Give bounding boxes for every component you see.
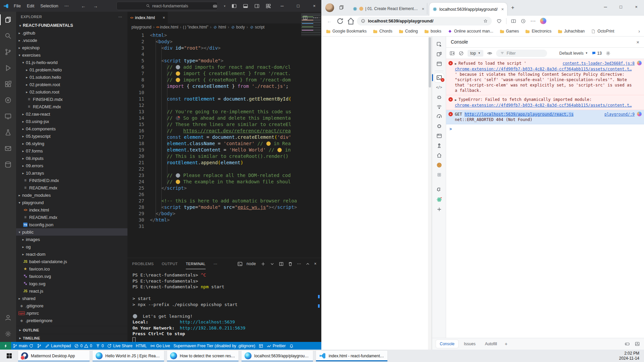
- code-line[interactable]: 23 // Please replace all the DOM-related…: [127, 172, 321, 179]
- activity-run-and-debug[interactable]: [0, 60, 16, 76]
- tree-item-images[interactable]: ▸images: [16, 236, 127, 243]
- bookmark-electronics[interactable]: Electronics: [525, 29, 551, 34]
- status-item[interactable]: [35, 342, 43, 350]
- tree-item-node_modules[interactable]: ▸node_modules: [16, 191, 127, 199]
- menu-edit[interactable]: Edit: [24, 3, 37, 8]
- menu-file[interactable]: File: [11, 3, 24, 8]
- bookmark-games[interactable]: Games: [500, 29, 519, 34]
- code-line[interactable]: 15 // These three lines are similar to c…: [127, 121, 321, 128]
- bookmark-chords[interactable]: Chords: [373, 29, 392, 34]
- breadcrumb[interactable]: playground›<>index.html›{ }"index.html"›…: [127, 23, 321, 31]
- code-line[interactable]: 7 // import { createElement } from '/rea…: [127, 70, 321, 77]
- tree-item-FINISHED.mdx[interactable]: ≡FINISHED.mdx: [16, 96, 127, 103]
- new-tab-button[interactable]: +: [511, 5, 514, 11]
- tree-item-favicon.ico[interactable]: ★favicon.ico: [16, 265, 127, 273]
- breadcrumb-item[interactable]: index.html: [160, 25, 178, 29]
- tree-item-react-dom[interactable]: ▸react-dom: [16, 250, 127, 258]
- tree-item-02.raw-react[interactable]: ▸02.raw-react: [16, 110, 127, 118]
- code-line[interactable]: 21 rootElement.append(element): [127, 160, 321, 166]
- tree-item-exercises[interactable]: ▾exercises: [16, 51, 127, 59]
- breadcrumb-item[interactable]: html: [218, 25, 226, 29]
- devtools-panel-add-panel[interactable]: [432, 204, 446, 214]
- console-sidebar-icon[interactable]: [449, 51, 455, 56]
- activity-live-share[interactable]: [0, 92, 16, 108]
- tree-item-03.using-jsx[interactable]: ▸03.using-jsx: [16, 118, 127, 125]
- bookmark-octoprint[interactable]: OctoPrint: [591, 29, 614, 34]
- kill-terminal-icon[interactable]: [288, 261, 293, 266]
- start-button[interactable]: [3, 350, 15, 362]
- tree-item-.github[interactable]: ▸.github: [16, 29, 127, 37]
- profile-avatar[interactable]: [325, 3, 334, 12]
- window-minimize-button[interactable]: ─: [598, 0, 613, 13]
- tree-item-01.problem.hello[interactable]: ▸01.problem.hello: [16, 66, 127, 73]
- tree-item-babel-standalone.js[interactable]: JSbabel-standalone.js: [16, 258, 127, 265]
- taskbar-item[interactable]: Mattermost Desktop App: [18, 350, 90, 361]
- breadcrumb-item[interactable]: script: [255, 25, 265, 29]
- customize-layout-icon[interactable]: [266, 3, 271, 9]
- status-item[interactable]: Prettier: [265, 342, 287, 350]
- tree-item-favicon.svg[interactable]: favicon.svg: [16, 273, 127, 280]
- tree-item-.gitignore[interactable]: ◈.gitignore: [16, 302, 127, 309]
- tree-item-og[interactable]: ▸og: [16, 243, 127, 250]
- maximize-panel-icon[interactable]: [305, 261, 310, 266]
- tree-item-04.components[interactable]: ▸04.components: [16, 125, 127, 132]
- tree-item-.npmrc[interactable]: npm.npmrc: [16, 309, 127, 317]
- menu-⋯[interactable]: ⋯: [61, 3, 72, 8]
- browser-tab-epic-react[interactable]: | 01. Create React Elements | 0 ×: [350, 3, 427, 14]
- devtools-panel-issues-debug[interactable]: [432, 92, 446, 102]
- tree-item-logo.svg[interactable]: logo.svg: [16, 280, 127, 287]
- footer-add-tab-icon[interactable]: +: [503, 341, 509, 347]
- browser-essentials-icon[interactable]: [496, 18, 502, 24]
- activity-accounts[interactable]: [0, 310, 16, 326]
- terminal-output[interactable]: PS E:\react-fundamentals> ^CPS E:\react-…: [127, 269, 321, 343]
- copilot-icon[interactable]: [540, 18, 546, 24]
- panel-tab-terminal[interactable]: TERMINAL: [186, 258, 206, 269]
- history-icon[interactable]: [521, 18, 526, 24]
- code-line[interactable]: 9 import { createElement } from './react…: [127, 83, 321, 89]
- activity-database[interactable]: [0, 157, 16, 173]
- status-item[interactable]: main: [11, 342, 35, 350]
- controller-icon[interactable]: [625, 341, 630, 347]
- activity-mail[interactable]: [0, 140, 16, 157]
- close-panel-icon[interactable]: ×: [314, 261, 317, 266]
- nav-forward-icon[interactable]: →: [93, 3, 98, 9]
- code-line[interactable]: 19 element.textContent = 'Hello World' /…: [127, 147, 321, 153]
- devtools-panel-welcome[interactable]: [432, 59, 446, 69]
- code-line[interactable]: 3 <div id="root"></div>: [127, 45, 321, 51]
- code-line[interactable]: 16 // https://react.dev/reference/react/…: [127, 128, 321, 134]
- footer-tab-autofill[interactable]: Autofill: [481, 340, 501, 348]
- code-line[interactable]: 31: [127, 223, 321, 230]
- bookmark-google-bookmarks[interactable]: Google Bookmarks: [326, 29, 367, 34]
- taskbar-item[interactable]: index.html - react-fundamentals -...: [316, 350, 388, 361]
- code-line[interactable]: 17 const element = document.createElemen…: [127, 134, 321, 140]
- terminal-shell-name[interactable]: node: [247, 261, 256, 266]
- footer-tab-issues[interactable]: Issues: [460, 340, 479, 348]
- minimap[interactable]: [301, 14, 321, 36]
- chevron-down-icon[interactable]: ▾: [224, 4, 225, 8]
- code-line[interactable]: 8 // import { createRoot } from '/react-…: [127, 77, 321, 83]
- console-message[interactable]: ×content.ts-loader-3ed3668f.js:8▶ Refuse…: [446, 59, 644, 95]
- outline-section[interactable]: ▸OUTLINE: [16, 326, 127, 334]
- code-line[interactable]: 2 <body>: [127, 39, 321, 45]
- code-line[interactable]: 26: [127, 191, 321, 198]
- new-terminal-icon[interactable]: [261, 261, 266, 266]
- devtools-panel-sources[interactable]: </>: [432, 82, 446, 92]
- toggle-panel-icon[interactable]: [243, 3, 248, 9]
- tree-item-index.html[interactable]: <>index.html: [16, 206, 127, 214]
- code-line[interactable]: 30</html>: [127, 217, 321, 223]
- code-line[interactable]: 12: [127, 102, 321, 109]
- favorite-star-icon[interactable]: [483, 19, 488, 23]
- browser-tab-localhost[interactable]: localhost:5639/app/playground/ ×: [429, 3, 507, 16]
- tree-item-02.solution.root[interactable]: ▸02.solution.root: [16, 88, 127, 96]
- code-line[interactable]: 25 </script>: [127, 185, 321, 191]
- status-item[interactable]: 00: [72, 342, 94, 350]
- footer-tab-console[interactable]: Console: [436, 340, 458, 348]
- tree-item-01.solution.hello[interactable]: ▸01.solution.hello: [16, 73, 127, 81]
- status-item[interactable]: [0, 342, 11, 350]
- status-item[interactable]: HTML: [134, 342, 149, 350]
- devtools-panel-lighthouse[interactable]: [432, 141, 446, 150]
- window-close-button[interactable]: ×: [309, 3, 319, 8]
- log-levels-dropdown[interactable]: Default levels ▼: [559, 51, 588, 56]
- bookmark-coding[interactable]: Coding: [399, 29, 418, 34]
- bookmark-online-account-man-[interactable]: Online account man...: [448, 29, 493, 34]
